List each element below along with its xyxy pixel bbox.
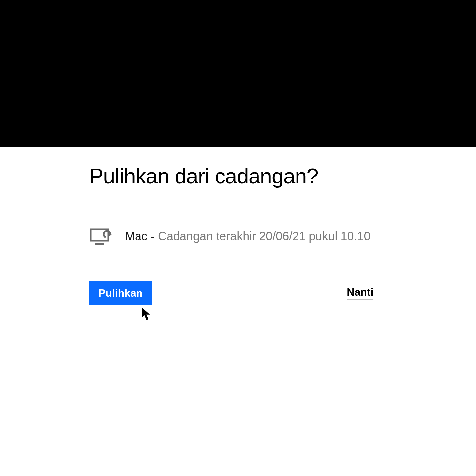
top-bar (0, 0, 476, 147)
backup-device-name: Mac (125, 229, 147, 243)
cursor-arrow-icon (140, 306, 154, 322)
backup-detail: Cadangan terakhir 20/06/21 pukul 10.10 (158, 229, 370, 243)
monitor-sync-icon (89, 228, 112, 245)
dialog-content: Pulihkan dari cadangan? Mac - Cadangan t… (0, 147, 476, 305)
backup-info-row: Mac - Cadangan terakhir 20/06/21 pukul 1… (89, 228, 476, 245)
backup-separator: - (147, 229, 158, 243)
later-link[interactable]: Nanti (347, 286, 373, 300)
dialog-title: Pulihkan dari cadangan? (89, 164, 476, 188)
button-row: Pulihkan Nanti (89, 281, 476, 305)
restore-button[interactable]: Pulihkan (89, 281, 152, 305)
backup-info-text: Mac - Cadangan terakhir 20/06/21 pukul 1… (125, 229, 371, 243)
